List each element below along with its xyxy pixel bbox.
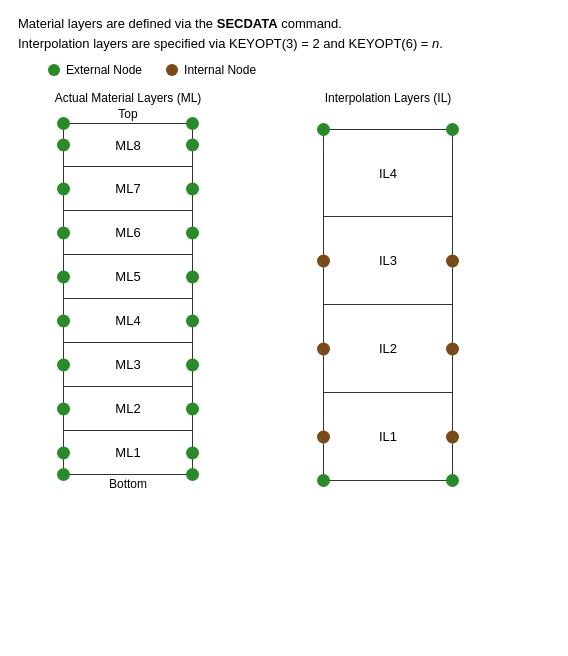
il3-label: IL3 [379, 253, 397, 268]
ml8-label: ML8 [115, 138, 140, 153]
ml4-node-left [57, 314, 70, 327]
ml2-node-left [57, 402, 70, 415]
ml5-node-left [57, 270, 70, 283]
ml8-node-left-top [57, 117, 70, 130]
il-layer-1: IL1 [323, 393, 453, 481]
ml4-node-right [186, 314, 199, 327]
ml-diagram: Actual Material Layers (ML) Top ML8 ML7 [28, 91, 228, 491]
ml2-node-right [186, 402, 199, 415]
legend: External Node Internal Node [18, 63, 550, 77]
ml1-node-left [57, 446, 70, 459]
ml-layer-3: ML3 [63, 343, 193, 387]
il3-node-left [317, 254, 330, 267]
ml7-node-left [57, 182, 70, 195]
ml-title: Actual Material Layers (ML) [55, 91, 202, 105]
ml5-label: ML5 [115, 269, 140, 284]
description-text: Material layers are defined via the SECD… [18, 14, 550, 53]
il-layer-2: IL2 [323, 305, 453, 393]
ml8-node-right-top [186, 117, 199, 130]
il4-node-right-top [446, 123, 459, 136]
il2-node-left [317, 342, 330, 355]
ml-layer-5: ML5 [63, 255, 193, 299]
ml-layer-4: ML4 [63, 299, 193, 343]
legend-internal-node: Internal Node [166, 63, 256, 77]
il1-node-right [446, 430, 459, 443]
ml6-node-left [57, 226, 70, 239]
ml4-label: ML4 [115, 313, 140, 328]
page: Material layers are defined via the SECD… [0, 0, 568, 656]
ml-layer-6: ML6 [63, 211, 193, 255]
il-diagram: Interpolation Layers (IL) IL4 IL3 [278, 91, 498, 481]
il1-node-left [317, 430, 330, 443]
ml5-node-right [186, 270, 199, 283]
desc-line1: Material layers are defined via the SECD… [18, 16, 342, 31]
external-node-label: External Node [66, 63, 142, 77]
secdata-keyword: SECDATA [217, 16, 278, 31]
ml7-label: ML7 [115, 181, 140, 196]
ml-layer-8: ML8 [63, 123, 193, 167]
n-variable: n [432, 36, 439, 51]
il2-node-right [446, 342, 459, 355]
ml-layer-7: ML7 [63, 167, 193, 211]
il-layer-stack: IL4 IL3 IL2 [323, 129, 453, 481]
il4-label: IL4 [379, 166, 397, 181]
ml-top-label: Top [118, 107, 137, 121]
ml-layer-2: ML2 [63, 387, 193, 431]
ml-layer-1: ML1 [63, 431, 193, 475]
internal-node-label: Internal Node [184, 63, 256, 77]
external-node-dot [48, 64, 60, 76]
ml3-node-right [186, 358, 199, 371]
ml1-label: ML1 [115, 445, 140, 460]
desc-line2: Interpolation layers are specified via K… [18, 36, 443, 51]
ml7-node-right [186, 182, 199, 195]
ml1-node-left-bottom [57, 468, 70, 481]
ml6-node-right [186, 226, 199, 239]
ml-layer-stack: ML8 ML7 ML6 ML5 [63, 123, 193, 475]
il-layer-3: IL3 [323, 217, 453, 305]
il4-node-left-top [317, 123, 330, 136]
ml-bottom-label: Bottom [109, 477, 147, 491]
il-title: Interpolation Layers (IL) [325, 91, 452, 105]
il2-label: IL2 [379, 341, 397, 356]
il-layer-4: IL4 [323, 129, 453, 217]
ml8-node-right [186, 139, 199, 152]
ml3-node-left [57, 358, 70, 371]
legend-external-node: External Node [48, 63, 142, 77]
ml2-label: ML2 [115, 401, 140, 416]
il3-node-right [446, 254, 459, 267]
ml1-node-right [186, 446, 199, 459]
ml6-label: ML6 [115, 225, 140, 240]
il1-node-left-bottom [317, 474, 330, 487]
ml1-node-right-bottom [186, 468, 199, 481]
ml8-node-left [57, 139, 70, 152]
il1-node-right-bottom [446, 474, 459, 487]
internal-node-dot [166, 64, 178, 76]
diagrams-container: Actual Material Layers (ML) Top ML8 ML7 [18, 91, 550, 491]
ml3-label: ML3 [115, 357, 140, 372]
il1-label: IL1 [379, 429, 397, 444]
